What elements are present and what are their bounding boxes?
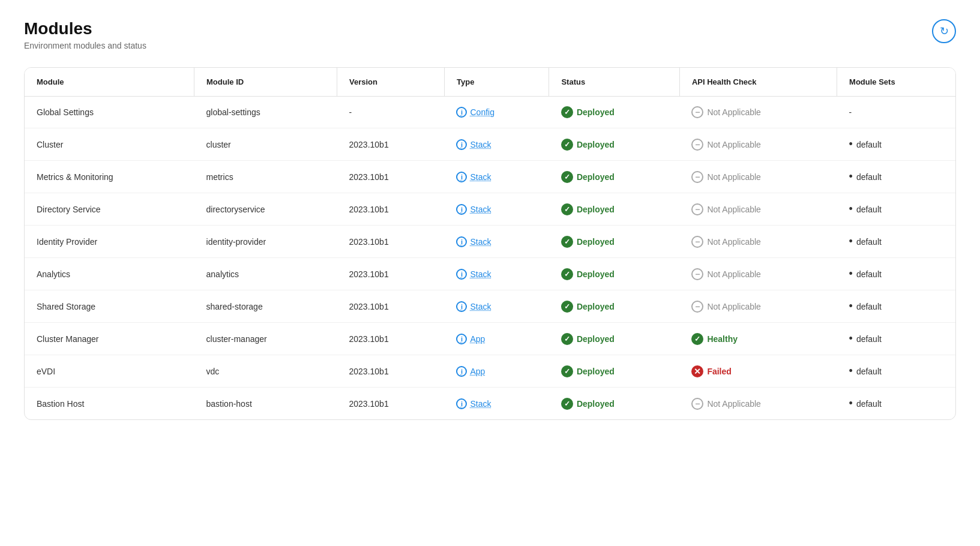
modules-table-container: Module Module ID Version Type Status API… <box>24 67 956 420</box>
na-icon: − <box>691 106 703 118</box>
type-label: Stack <box>470 302 491 311</box>
na-icon: − <box>691 236 703 248</box>
refresh-button[interactable]: ↻ <box>932 19 956 43</box>
status-label: Deployed <box>577 334 615 344</box>
cell-type[interactable]: i Stack <box>444 290 549 323</box>
health-label: Not Applicable <box>707 302 761 311</box>
check-icon: ✓ <box>561 268 573 280</box>
cell-module: eVDI <box>25 355 194 388</box>
failed-icon: ✕ <box>691 365 703 377</box>
cell-type[interactable]: i Stack <box>444 128 549 161</box>
cell-module: Identity Provider <box>25 226 194 258</box>
health-failed: ✕ Failed <box>691 365 731 377</box>
status-deployed: ✓ Deployed <box>561 203 615 215</box>
bullet-icon: • <box>849 268 853 280</box>
na-icon: − <box>691 139 703 151</box>
header-text: Modules Environment modules and status <box>24 19 146 50</box>
health-na: − Not Applicable <box>691 236 761 248</box>
cell-module-sets: • default <box>837 355 955 388</box>
cell-version: 2023.10b1 <box>337 226 444 258</box>
cell-type[interactable]: i Stack <box>444 161 549 193</box>
cell-type[interactable]: i Stack <box>444 388 549 420</box>
type-label: Stack <box>470 269 491 279</box>
col-module: Module <box>25 68 194 97</box>
cell-version: 2023.10b1 <box>337 128 444 161</box>
status-deployed: ✓ Deployed <box>561 106 615 118</box>
type-link[interactable]: i Stack <box>456 301 491 312</box>
check-icon: ✓ <box>561 333 573 345</box>
health-na: − Not Applicable <box>691 398 761 410</box>
page-subtitle: Environment modules and status <box>24 41 146 50</box>
bullet-icon: • <box>849 365 853 377</box>
cell-module-sets: • default <box>837 290 955 323</box>
cell-status: ✓ Deployed <box>549 290 679 323</box>
cell-type[interactable]: i Config <box>444 97 549 128</box>
type-link[interactable]: i Stack <box>456 139 491 150</box>
check-icon: ✓ <box>561 236 573 248</box>
type-link[interactable]: i Stack <box>456 172 491 182</box>
status-label: Deployed <box>577 107 615 117</box>
cell-type[interactable]: i Stack <box>444 193 549 226</box>
table-row: Cluster Managercluster-manager2023.10b1 … <box>25 323 955 355</box>
bullet-icon: • <box>849 138 853 151</box>
healthy-icon: ✓ <box>691 333 703 345</box>
module-set-label: default <box>856 334 882 344</box>
module-set-label: default <box>856 140 882 149</box>
type-label: Stack <box>470 172 491 182</box>
status-label: Deployed <box>577 172 615 182</box>
bullet-icon: • <box>849 332 853 345</box>
type-link[interactable]: i App <box>456 366 485 377</box>
info-icon: i <box>456 172 467 182</box>
health-na: − Not Applicable <box>691 268 761 280</box>
module-sets: • default <box>849 397 943 410</box>
module-sets-empty: - <box>849 107 852 117</box>
cell-module: Shared Storage <box>25 290 194 323</box>
cell-type[interactable]: i Stack <box>444 258 549 290</box>
health-label: Not Applicable <box>707 172 761 182</box>
module-sets: • default <box>849 170 943 183</box>
type-link[interactable]: i Config <box>456 107 494 118</box>
check-icon: ✓ <box>561 301 573 313</box>
type-link[interactable]: i Stack <box>456 398 491 409</box>
status-label: Deployed <box>577 237 615 247</box>
module-sets: • default <box>849 332 943 345</box>
check-icon: ✓ <box>561 171 573 183</box>
cell-module: Directory Service <box>25 193 194 226</box>
health-na: − Not Applicable <box>691 139 761 151</box>
table-row: Global Settingsglobal-settings- i Config… <box>25 97 955 128</box>
cell-module: Cluster Manager <box>25 323 194 355</box>
cell-module-id: shared-storage <box>194 290 337 323</box>
module-set-label: default <box>856 302 882 311</box>
cell-module-sets: • default <box>837 193 955 226</box>
cell-type[interactable]: i Stack <box>444 226 549 258</box>
cell-status: ✓ Deployed <box>549 258 679 290</box>
info-icon: i <box>456 204 467 215</box>
status-label: Deployed <box>577 269 615 279</box>
cell-status: ✓ Deployed <box>549 323 679 355</box>
module-sets: • default <box>849 138 943 151</box>
health-label: Not Applicable <box>707 237 761 247</box>
health-label: Not Applicable <box>707 269 761 279</box>
cell-health: − Not Applicable <box>679 226 837 258</box>
status-deployed: ✓ Deployed <box>561 301 615 313</box>
cell-version: 2023.10b1 <box>337 355 444 388</box>
module-sets: • default <box>849 268 943 280</box>
cell-type[interactable]: i App <box>444 355 549 388</box>
type-label: Stack <box>470 140 491 149</box>
health-label: Not Applicable <box>707 140 761 149</box>
type-link[interactable]: i App <box>456 334 485 344</box>
na-icon: − <box>691 203 703 215</box>
status-deployed: ✓ Deployed <box>561 365 615 377</box>
module-sets: • default <box>849 300 943 313</box>
type-link[interactable]: i Stack <box>456 236 491 247</box>
bullet-icon: • <box>849 397 853 410</box>
cell-status: ✓ Deployed <box>549 193 679 226</box>
status-label: Deployed <box>577 140 615 149</box>
cell-module-id: cluster <box>194 128 337 161</box>
cell-version: 2023.10b1 <box>337 323 444 355</box>
health-label: Healthy <box>707 334 738 344</box>
cell-type[interactable]: i App <box>444 323 549 355</box>
cell-health: − Not Applicable <box>679 388 837 420</box>
type-link[interactable]: i Stack <box>456 204 491 215</box>
type-link[interactable]: i Stack <box>456 269 491 280</box>
